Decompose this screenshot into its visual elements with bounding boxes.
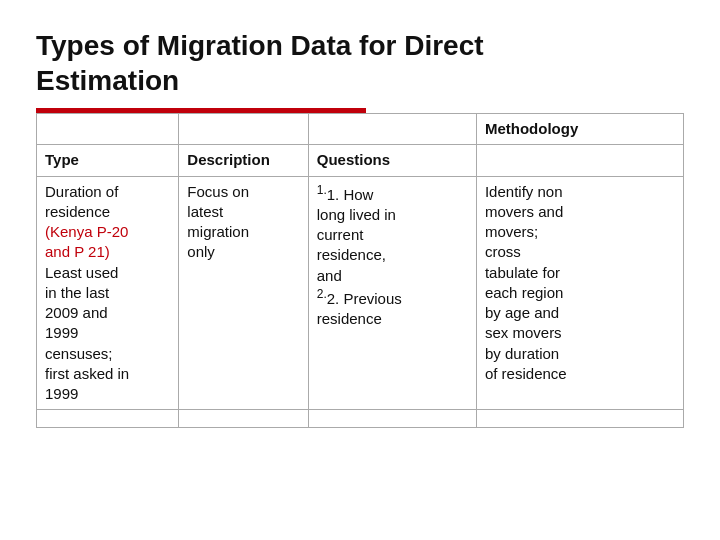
table-row: Duration of residence (Kenya P-20 and P … bbox=[37, 176, 684, 410]
methodology-label-cell: Methodology bbox=[476, 114, 683, 145]
column-headers-row: Type Description Questions bbox=[37, 145, 684, 176]
col-header-methodology bbox=[476, 145, 683, 176]
type-cell: Duration of residence (Kenya P-20 and P … bbox=[37, 176, 179, 410]
empty-bottom-4 bbox=[476, 410, 683, 428]
empty-bottom-1 bbox=[37, 410, 179, 428]
empty-cell-1 bbox=[37, 114, 179, 145]
main-table: Methodology Type Description Questions bbox=[36, 113, 684, 428]
col-header-type: Type bbox=[37, 145, 179, 176]
col-header-questions: Questions bbox=[308, 145, 476, 176]
empty-cell-3 bbox=[308, 114, 476, 145]
methodology-cell: Identify non movers and movers; cross ta… bbox=[476, 176, 683, 410]
methodology-header-row: Methodology bbox=[37, 114, 684, 145]
col-header-description: Description bbox=[179, 145, 308, 176]
questions-cell: 1.1. How long lived in current residence… bbox=[308, 176, 476, 410]
description-cell: Focus on latest migration only bbox=[179, 176, 308, 410]
empty-row bbox=[37, 410, 684, 428]
empty-bottom-3 bbox=[308, 410, 476, 428]
table-wrapper: Methodology Type Description Questions bbox=[36, 113, 684, 520]
empty-cell-2 bbox=[179, 114, 308, 145]
empty-bottom-2 bbox=[179, 410, 308, 428]
page: Types of Migration Data for Direct Estim… bbox=[0, 0, 720, 540]
page-title: Types of Migration Data for Direct Estim… bbox=[36, 28, 684, 98]
